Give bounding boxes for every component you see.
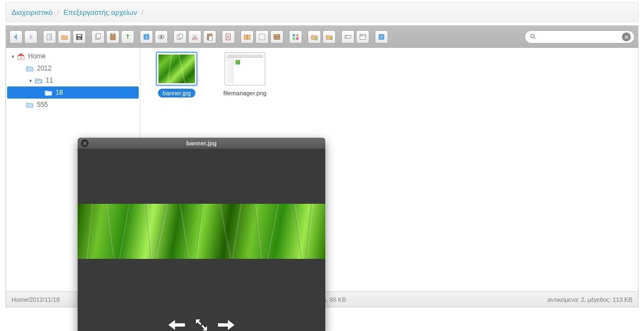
search-icon xyxy=(530,33,536,41)
file-label: banner.jpg xyxy=(158,89,195,97)
svg-text:?: ? xyxy=(380,35,383,40)
svg-rect-22 xyxy=(274,35,280,36)
tree-node-18[interactable]: 18 xyxy=(7,86,139,99)
preview-controls xyxy=(78,314,325,331)
folder-arrow-button[interactable] xyxy=(323,30,336,44)
breadcrumb-admin[interactable]: Διαχειριστικό xyxy=(12,8,53,17)
folder-plus-button[interactable] xyxy=(308,30,321,44)
svg-rect-13 xyxy=(179,34,182,39)
breadcrumb-filemanager[interactable]: Επεξεργαστής αρχείων xyxy=(63,8,137,17)
svg-rect-2 xyxy=(78,35,81,37)
file-thumbnail xyxy=(156,52,197,85)
search-field[interactable]: ✕ xyxy=(525,30,635,44)
tree-label: 18 xyxy=(56,89,63,96)
svg-rect-7 xyxy=(111,34,114,35)
upload-button[interactable] xyxy=(121,30,134,44)
tree-node-home[interactable]: ▾ Home xyxy=(6,50,140,62)
image-preview-dialog[interactable]: ✕ banner.jpg xyxy=(78,138,325,331)
archive-button[interactable] xyxy=(270,30,283,44)
preview-image-area xyxy=(78,149,325,314)
new-file-button[interactable] xyxy=(43,30,56,44)
paste-button[interactable] xyxy=(106,30,119,44)
breadcrumb: Διαχειριστικό / Επεξεργαστής αρχείων / xyxy=(6,2,638,22)
preview-close-button[interactable]: ✕ xyxy=(81,139,89,147)
svg-rect-29 xyxy=(360,35,366,40)
expand-icon[interactable]: ▾ xyxy=(27,78,34,84)
preview-fullscreen-button[interactable] xyxy=(196,319,207,330)
search-clear-icon[interactable]: ✕ xyxy=(622,32,631,41)
rename-button[interactable] xyxy=(341,30,354,44)
delete-button[interactable] xyxy=(222,30,235,44)
svg-point-31 xyxy=(362,35,362,35)
svg-text:i: i xyxy=(146,35,147,40)
file-item-banner[interactable]: banner.jpg xyxy=(149,52,204,97)
svg-rect-26 xyxy=(296,37,298,40)
svg-point-11 xyxy=(160,36,162,38)
preview-button[interactable] xyxy=(155,30,168,44)
folder-open-icon xyxy=(43,88,53,97)
help-button[interactable]: ? xyxy=(375,30,388,44)
svg-rect-3 xyxy=(78,37,80,40)
folder-icon xyxy=(25,64,35,73)
svg-rect-24 xyxy=(296,34,298,36)
status-summary: αντικείμενα: 2, μέγεθος: 113 KB xyxy=(548,296,632,303)
svg-rect-20 xyxy=(259,34,265,40)
tree-node-2012[interactable]: 2012 xyxy=(6,62,140,74)
forward-button[interactable] xyxy=(24,30,37,44)
svg-rect-23 xyxy=(293,34,295,36)
svg-rect-28 xyxy=(345,35,351,38)
info-button[interactable]: i xyxy=(140,30,153,44)
folder-open-icon xyxy=(34,76,43,85)
grid-view-button[interactable] xyxy=(289,30,302,44)
copy-button[interactable] xyxy=(91,30,105,44)
filemanager-frame: i ? xyxy=(6,25,638,307)
preview-prev-button[interactable] xyxy=(168,318,185,331)
svg-point-34 xyxy=(531,34,534,37)
tree-node-555[interactable]: 555 xyxy=(6,99,140,111)
tree-node-11[interactable]: ▾ 11 xyxy=(6,74,140,86)
preview-titlebar[interactable]: ✕ banner.jpg xyxy=(78,138,325,149)
duplicate-button[interactable] xyxy=(173,30,187,44)
toolbar: i ? xyxy=(6,26,638,48)
back-button[interactable] xyxy=(9,30,23,44)
new-folder-button[interactable] xyxy=(58,30,71,44)
folder-icon xyxy=(25,100,35,109)
breadcrumb-separator: / xyxy=(141,8,144,17)
home-icon xyxy=(16,52,26,61)
save-button[interactable] xyxy=(73,30,86,44)
tree-label: 2012 xyxy=(37,64,52,72)
tree-label: 11 xyxy=(46,77,53,84)
svg-rect-5 xyxy=(96,34,100,39)
svg-point-30 xyxy=(361,35,362,35)
file-thumbnail xyxy=(225,52,265,85)
svg-rect-17 xyxy=(209,36,212,40)
file-label: filemanager.png xyxy=(219,89,271,97)
search-input[interactable] xyxy=(538,33,622,41)
status-path: Home/2012/11/18 xyxy=(12,296,59,303)
paste-clipboard-button[interactable] xyxy=(203,30,216,44)
properties-button[interactable] xyxy=(356,30,369,44)
expand-icon[interactable]: ▾ xyxy=(9,53,16,59)
preview-next-button[interactable] xyxy=(218,318,234,331)
tree-label: Home xyxy=(28,52,46,60)
tree-label: 555 xyxy=(37,101,48,108)
cut-button[interactable] xyxy=(188,30,201,44)
svg-rect-25 xyxy=(293,37,295,40)
select-all-button[interactable] xyxy=(255,30,269,44)
preview-title: banner.jpg xyxy=(186,140,217,146)
breadcrumb-separator: / xyxy=(57,8,59,17)
extract-button[interactable] xyxy=(241,30,254,44)
preview-image xyxy=(78,204,325,259)
file-item-filemanager[interactable]: filemanager.png xyxy=(217,52,272,97)
